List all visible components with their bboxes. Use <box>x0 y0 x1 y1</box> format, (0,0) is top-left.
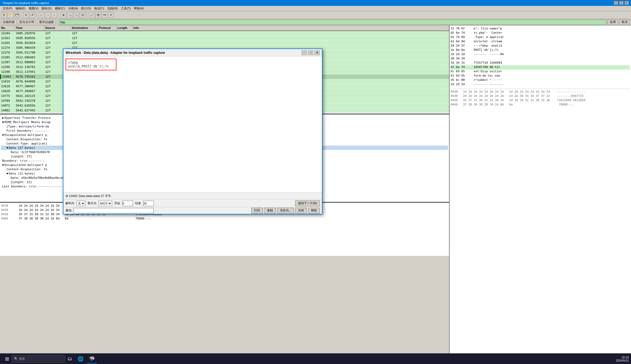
toolbar-zoom-reset[interactable]: ⊡ <box>80 12 86 18</box>
cell-no: 14872 <box>0 104 15 107</box>
display-filter-label[interactable]: 显示过滤器 <box>37 20 56 25</box>
right-hex-row: 61 6d 0d on/octet -stream <box>451 40 630 44</box>
cell-time: 3512.086483 <box>15 56 44 59</box>
column-label[interactable]: 分组列表 <box>1 20 17 25</box>
taskbar-item-explorer[interactable]: 🗂 <box>65 354 74 364</box>
menu-go[interactable]: 跳转(G) <box>40 6 53 11</box>
toolbar-new[interactable]: 🗋 <box>1 12 7 18</box>
cell-no: 13628 <box>0 89 15 93</box>
detail-text: Data (12 bytes) <box>9 172 35 175</box>
toolbar-go[interactable]: ↓ <box>51 12 57 18</box>
menu-analyze[interactable]: 分析(A) <box>67 6 80 11</box>
cell-no: 12265 <box>0 41 15 45</box>
menu-capture[interactable]: 捕获(C) <box>53 6 66 11</box>
menu-help[interactable]: 帮助(H) <box>132 6 145 11</box>
close-btn[interactable]: ✕ <box>625 1 629 5</box>
menu-tools[interactable]: 工具(T) <box>119 6 132 11</box>
col-length: Length <box>116 26 132 31</box>
right-hex-row: 0450 35 37 31 30 31 32 30 34 39 34 34 31… <box>451 98 630 103</box>
cell-src: 127 <box>44 41 71 45</box>
cell-no: 12274 <box>0 46 15 50</box>
filter-apply-btn[interactable]: 应用 <box>607 20 618 25</box>
col-no: No. <box>0 26 15 31</box>
right-hex-row: 2d 2d 2d ------- ------84 <box>451 52 630 57</box>
detail-text: [Length: 27] <box>11 155 32 158</box>
right-hex-row: 2d 2d 2d -------- -------- <box>451 82 630 87</box>
table-row[interactable]: 12244 3485.292976 127 127 <box>0 31 449 36</box>
title-bar-title: *Adapter for loopback traffic capture <box>2 1 49 5</box>
cell-time: 5642.627442 <box>15 109 44 112</box>
col-source: Source <box>44 26 71 31</box>
toolbar-zoom-out[interactable]: 🔍 <box>73 12 79 18</box>
maximize-btn[interactable]: □ <box>619 1 624 5</box>
cell-time: 3505.852054 <box>15 41 44 45</box>
cell-no: 14789 <box>0 99 15 103</box>
column-btn[interactable]: 区分大小写 <box>18 20 36 25</box>
toolbar-filter[interactable]: ⊕ <box>60 12 66 18</box>
start-button[interactable]: ⊞ <box>2 354 12 364</box>
col-time: Time <box>15 26 44 31</box>
minimize-btn[interactable]: ─ <box>614 1 618 5</box>
cell-no: 12285 <box>0 56 15 59</box>
toolbar-back[interactable]: ← <box>39 12 44 18</box>
dialog-close-btn[interactable]: ✕ <box>314 50 320 55</box>
detail-text: Data: e5bc80e5a78be4b88ae4bca0 <box>11 176 64 180</box>
start-input[interactable] <box>122 201 133 206</box>
toolbar-zoom-in[interactable]: 🔍 <box>67 12 73 18</box>
right-hex-row: 0430 2d 2d 2d 2d 2d 2d 2d 2d 2d 2d 2d 2d… <box>451 90 630 94</box>
search-input[interactable] <box>73 208 154 213</box>
menu-file[interactable]: 文件(F) <box>1 6 14 11</box>
help-dialog-btn[interactable]: 帮助 <box>308 208 320 214</box>
toolbar-save[interactable]: 💾 <box>14 12 20 18</box>
toolbar-open[interactable]: 📂 <box>7 12 13 18</box>
cell-no: 13403 <box>1 75 15 78</box>
taskbar-item-wireshark[interactable]: 🦈 <box>87 354 97 364</box>
table-row[interactable]: 12263 3505.850356 127 127 <box>0 36 449 41</box>
dialog-title-controls: ─ □ ✕ <box>302 50 320 55</box>
display-select[interactable]: ASCII <box>98 201 112 206</box>
toolbar-forward[interactable]: → <box>45 12 51 18</box>
toolbar-zoom6[interactable]: ➖ <box>102 12 108 18</box>
dialog-title-bar: Wireshark · Data (data.data) · Adapter f… <box>63 49 322 56</box>
copy-btn[interactable]: 复制 <box>264 208 276 214</box>
right-hex-row: 38 34 34 <box>451 57 630 61</box>
close-dialog-btn[interactable]: 关闭 <box>295 208 307 214</box>
toolbar-find[interactable]: 🔎 <box>89 12 95 18</box>
toolbar-reload[interactable]: ↺ <box>29 12 35 18</box>
right-hex-row: 6c 69 65 ent-Disp ositior <box>451 70 630 74</box>
table-row[interactable]: 12265 3505.852054 127 127 <box>0 41 449 46</box>
taskbar-item-edge[interactable]: 🌐 <box>75 354 86 364</box>
detail-text: Encapsulated multipart p <box>5 133 47 137</box>
menu-view[interactable]: 视图(V) <box>27 6 40 11</box>
detail-text: Data (27 bytes) <box>9 146 35 150</box>
search-label: 重找: <box>66 208 72 213</box>
menu-wireless[interactable]: 无线(W) <box>106 6 120 11</box>
dialog-minimize-btn[interactable]: ─ <box>302 50 307 55</box>
cell-time: 5642.182125 <box>15 94 44 98</box>
right-hex-row: 22 70 6f e"; file name="p <box>451 27 630 31</box>
menu-stats[interactable]: 统计(S) <box>79 6 93 11</box>
save-as-btn[interactable]: 另存为... <box>277 208 294 214</box>
menu-phone[interactable]: 电话(Y) <box>93 6 106 11</box>
dialog-toolbar: 解码为 无 显示为 ASCII 开始 结束 提找下一个(N) <box>63 199 322 207</box>
main-window: *Adapter for loopback traffic capture ─ … <box>0 0 631 364</box>
right-hex-row: 65 6e 74 st.php"· Conter <box>451 31 630 35</box>
toolbar-etc[interactable]: ≡ <box>108 12 114 18</box>
cell-time: 5642.192270 <box>15 99 44 103</box>
dialog-maximize-btn[interactable]: □ <box>308 50 313 55</box>
toolbar-sep2 <box>36 12 37 18</box>
decode-select[interactable]: 无 <box>77 201 85 206</box>
filter-input[interactable] <box>59 20 606 25</box>
next-btn[interactable]: 提找下一个(N) <box>295 200 320 206</box>
print-btn[interactable]: 打印 <box>251 208 263 214</box>
toolbar-zoom5[interactable]: ➕ <box>95 12 101 18</box>
filter-clear-btn[interactable]: 取消 <box>619 20 630 25</box>
end-input[interactable] <box>143 201 154 206</box>
search-icon: 🔍 <box>14 357 18 361</box>
menu-edit[interactable]: 编辑(E) <box>14 6 27 11</box>
right-hex-row: e5 bc 80 ="submit "······ <box>451 78 630 82</box>
cell-no: 14882 <box>0 109 15 112</box>
detail-text: Encapsulated multipart p <box>5 163 47 167</box>
cell-src: 127 <box>44 32 71 35</box>
toolbar-close[interactable]: ✕ <box>23 12 29 18</box>
